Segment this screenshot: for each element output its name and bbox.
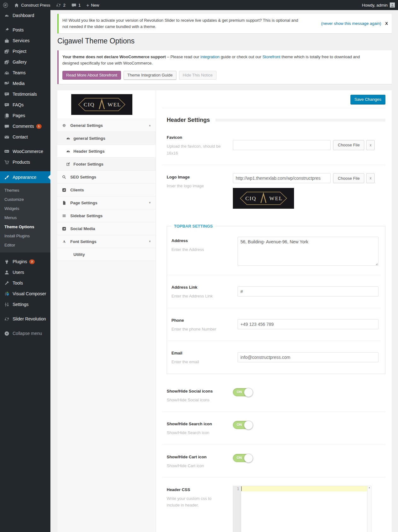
images-icon — [3, 48, 10, 54]
sidebar-item-plugins[interactable]: Plugins 2 — [0, 256, 50, 267]
sidebar-item-appearance[interactable]: Appearance — [0, 171, 50, 183]
submenu-item-themes[interactable]: Themes — [0, 186, 50, 195]
favicon-url-input[interactable] — [233, 140, 331, 150]
options-nav-clients[interactable]: Clients — [57, 184, 156, 196]
visual-composer-icon — [3, 291, 10, 297]
hide-this-notice-button[interactable]: Hide This Notice — [179, 71, 216, 80]
options-nav-sidebar-settings[interactable]: Sidebar Settings — [57, 209, 156, 222]
wordpress-logo-menu[interactable] — [0, 0, 11, 10]
admin-bar-updates[interactable]: 2 — [53, 0, 68, 10]
field-label: Header CSS — [167, 487, 190, 492]
field-control: ON — [233, 453, 385, 469]
address-link-input[interactable] — [238, 286, 378, 297]
media-icon — [3, 80, 10, 87]
sidebar-item-label: Appearance — [13, 175, 37, 180]
scroll-up-icon[interactable]: ▲ — [368, 486, 371, 489]
admin-bar-account[interactable]: Howdy, admin — [362, 3, 398, 8]
favicon-remove-button[interactable]: x — [366, 140, 375, 150]
options-nav-general-settings-group[interactable]: General Settings ▲ — [57, 119, 156, 132]
submenu-item-editor[interactable]: Editor — [0, 241, 50, 250]
menu-separator — [0, 21, 50, 25]
save-changes-button-top[interactable]: Save Changes — [350, 95, 385, 104]
options-nav-label: Clients — [70, 188, 84, 192]
caret-down-icon: ▼ — [148, 240, 151, 243]
sidebar-item-faqs[interactable]: FAQs — [0, 99, 50, 110]
field-label-block: Show/Hide Cart icon Show/Hide Cart icon — [167, 453, 233, 469]
submenu-item-widgets[interactable]: Widgets — [0, 204, 50, 213]
sidebar-item-posts[interactable]: Posts — [0, 25, 50, 35]
sidebar-item-project[interactable]: Project — [0, 46, 50, 57]
submenu-item-customize[interactable]: Customize — [0, 195, 50, 204]
admin-bar-new[interactable]: + New — [84, 0, 102, 10]
logo-remove-button[interactable]: x — [366, 173, 375, 183]
never-show-again-link[interactable]: (never show this message again) — [321, 21, 381, 26]
sidebar-item-label: Slider Revolution — [13, 316, 46, 321]
home-icon — [14, 3, 19, 8]
options-nav-general-settings[interactable]: general Settings — [57, 132, 156, 145]
toggle-knob[interactable] — [244, 421, 253, 430]
toggle-knob[interactable] — [244, 388, 253, 397]
editor-scrollbar[interactable]: ▲ ▼ — [367, 486, 371, 532]
logo-choose-file-button[interactable]: Choose File — [333, 173, 364, 183]
sidebar-item-teams[interactable]: Teams — [0, 67, 50, 78]
sidebar-item-dashboard[interactable]: Dashboard — [0, 10, 50, 21]
options-nav: CIQ WEL General Settings ▲ general Setti… — [57, 90, 156, 532]
options-nav-label: Sidebar Settings — [70, 213, 103, 218]
submenu-item-theme-options[interactable]: Theme Options — [0, 222, 50, 231]
sidebar-item-services[interactable]: Services — [0, 35, 50, 46]
theme-integration-guide-button[interactable]: Theme Integration Guide — [124, 71, 176, 80]
sidebar-item-collapse-menu[interactable]: Collapse menu — [0, 328, 50, 339]
field-control — [238, 283, 381, 299]
sidebar-item-contact[interactable]: Contact — [0, 132, 50, 142]
logo-url-input[interactable] — [233, 173, 331, 183]
storefront-link[interactable]: Storefront — [262, 54, 280, 59]
toggle-knob[interactable] — [244, 454, 253, 463]
submenu-item-install-plugins[interactable]: Install Plugins — [0, 231, 50, 241]
caret-up-icon: ▲ — [148, 124, 151, 127]
sidebar-item-tools[interactable]: Tools — [0, 278, 50, 288]
sidebar-item-label: Project — [13, 49, 26, 54]
notice-close-x[interactable]: X — [385, 21, 388, 26]
sidebar-item-pages[interactable]: Pages — [0, 110, 50, 121]
user-icon — [3, 269, 10, 275]
social-icons-toggle[interactable]: ON — [233, 388, 252, 396]
sidebar-item-products[interactable]: Products — [0, 157, 50, 167]
favicon-choose-file-button[interactable]: Choose File — [333, 140, 364, 150]
email-input[interactable] — [238, 352, 378, 362]
admin-bar-site-link[interactable]: Construct Press — [11, 0, 53, 10]
sidebar-item-label: Plugins — [13, 259, 27, 264]
sidebar-item-label: Comments — [13, 124, 34, 129]
gears-icon — [61, 123, 66, 128]
sidebar-item-media[interactable]: Media — [0, 78, 50, 89]
options-nav-social-media[interactable]: Social Media — [57, 222, 156, 235]
header-css-editor[interactable]: 1 ▲ ▼ — [233, 486, 372, 532]
options-nav-label: Header Settings — [73, 149, 105, 154]
sidebar-item-users[interactable]: Users — [0, 267, 50, 278]
read-more-storefront-button[interactable]: Read More About Storefront — [62, 71, 121, 80]
integration-link[interactable]: integration — [200, 54, 220, 59]
sidebar-item-gallery[interactable]: Gallery — [0, 57, 50, 67]
sidebar-item-settings[interactable]: Settings — [0, 299, 50, 310]
options-nav-footer-settings[interactable]: Footer Settings — [57, 158, 156, 171]
sidebar-item-visual-composer[interactable]: Visual Composer — [0, 288, 50, 299]
search-icon-toggle[interactable]: ON — [233, 421, 252, 429]
sidebar-item-comments[interactable]: Comments 1 — [0, 121, 50, 132]
sidebar-item-label: Gallery — [13, 59, 26, 65]
phone-input[interactable] — [238, 319, 378, 329]
submenu-item-menus[interactable]: Menus — [0, 213, 50, 222]
admin-bar-comments[interactable]: 1 — [68, 0, 84, 10]
options-nav-seo-settings[interactable]: SEO Settings — [57, 171, 156, 184]
options-nav-page-settings[interactable]: Page Settings ▼ — [57, 196, 156, 209]
caret-down-icon: ▼ — [148, 201, 151, 204]
options-nav-header-settings[interactable]: Header Settings — [57, 145, 156, 158]
sidebar-item-slider-revolution[interactable]: Slider Revolution — [0, 314, 50, 324]
sliders-icon — [3, 301, 10, 308]
editor-body[interactable] — [241, 486, 367, 532]
sidebar-item-woocommerce[interactable]: Woo WooCommerce — [0, 146, 50, 157]
address-textarea[interactable]: 56, Building- Avenue-96, New York — [238, 237, 378, 266]
options-nav-label: General Settings — [70, 123, 103, 128]
options-nav-utility[interactable]: Utility — [57, 248, 156, 261]
options-nav-font-settings[interactable]: A Font Settings ▼ — [57, 235, 156, 248]
sidebar-item-testimonials[interactable]: Testimonials — [0, 89, 50, 99]
cart-icon-toggle[interactable]: ON — [233, 454, 252, 462]
